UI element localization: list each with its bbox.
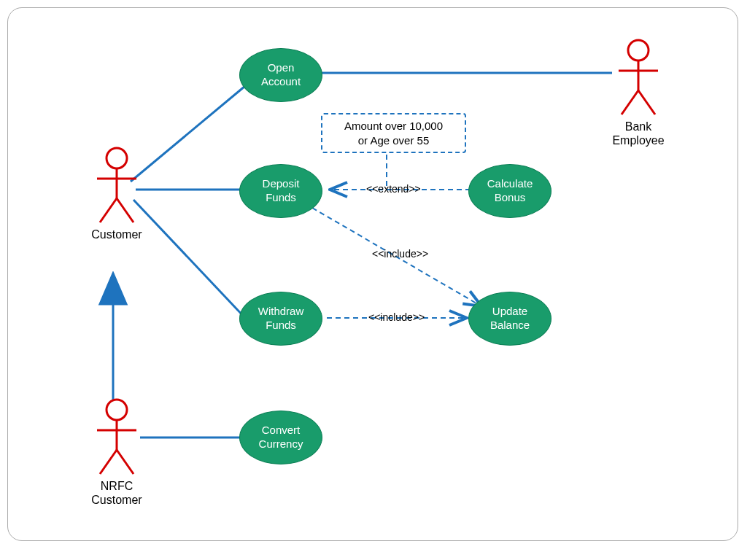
actor-nrfc-label: NRFC Customer <box>84 479 150 507</box>
actor-customer-label: Customer <box>88 228 146 241</box>
svg-line-4 <box>117 198 133 222</box>
svg-line-9 <box>117 450 133 474</box>
actor-bank-label: Bank Employee <box>605 120 671 147</box>
label-extend: <<extend>> <box>366 183 421 195</box>
svg-point-5 <box>107 400 127 420</box>
usecase-convert-currency: Convert Currency <box>239 411 322 464</box>
usecase-calculate-bonus: Calculate Bonus <box>468 164 551 218</box>
actor-nrfc-customer: NRFC Customer <box>84 397 150 507</box>
stick-figure-icon <box>613 38 664 118</box>
diagram-canvas: Customer NRFC Customer Bank Employee Ope… <box>0 0 747 560</box>
stick-figure-icon <box>91 397 142 478</box>
usecase-withdraw-funds: Withdraw Funds <box>239 292 322 346</box>
svg-line-13 <box>622 90 638 114</box>
label-include-deposit: <<include>> <box>372 248 428 260</box>
actor-bank-employee: Bank Employee <box>605 38 671 147</box>
usecase-update-balance: Update Balance <box>468 292 551 346</box>
label-include-withdraw: <<include>> <box>368 311 425 323</box>
svg-line-8 <box>100 450 117 474</box>
svg-line-3 <box>100 198 117 222</box>
svg-point-10 <box>628 40 649 61</box>
actor-customer: Customer <box>88 146 146 241</box>
stick-figure-icon <box>91 146 142 226</box>
extend-condition-note: Amount over 10,000 or Age over 55 <box>321 113 466 153</box>
svg-line-14 <box>638 90 655 114</box>
usecase-open-account: Open Account <box>239 48 322 102</box>
usecase-deposit-funds: Deposit Funds <box>239 164 322 218</box>
svg-point-0 <box>107 148 127 168</box>
